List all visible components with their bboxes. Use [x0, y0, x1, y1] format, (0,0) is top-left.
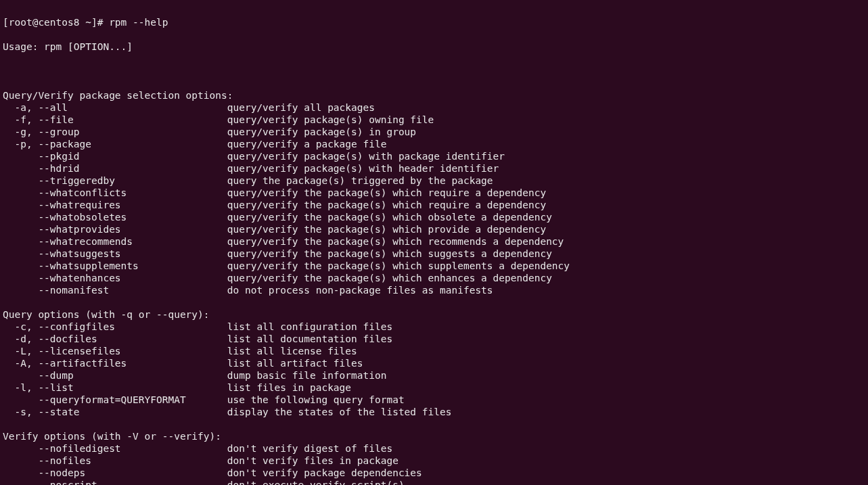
option-row: --nofiles don't verify files in package [3, 455, 865, 467]
option-row: --whatconflicts query/verify the package… [3, 187, 865, 199]
option-row: --triggeredby query the package(s) trigg… [3, 175, 865, 187]
option-row: -s, --state display the states of the li… [3, 406, 865, 418]
blank-line [3, 418, 865, 430]
blank-line [3, 296, 865, 308]
option-row: --noscript don't execute verify script(s… [3, 479, 865, 485]
prompt-line: [root@centos8 ~]# rpm --help [3, 16, 865, 28]
option-row: --nofiledigest don't verify digest of fi… [3, 442, 865, 455]
option-row: -d, --docfiles list all documentation fi… [3, 333, 865, 345]
section-header: Query options (with -q or --query): [3, 308, 865, 321]
option-row: --whatsupplements query/verify the packa… [3, 260, 865, 272]
usage-line: Usage: rpm [OPTION...] [3, 41, 865, 53]
blank-line [3, 65, 865, 77]
option-row: -l, --list list files in package [3, 382, 865, 394]
option-row: --pkgid query/verify package(s) with pac… [3, 150, 865, 162]
section-header: Query/Verify package selection options: [3, 89, 865, 101]
option-row: --whatobsoletes query/verify the package… [3, 211, 865, 223]
option-row: -c, --configfiles list all configuration… [3, 321, 865, 333]
option-row: --whatsuggests query/verify the package(… [3, 248, 865, 260]
option-row: --whatrequires query/verify the package(… [3, 199, 865, 211]
option-row: --nomanifest do not process non-package … [3, 284, 865, 296]
option-row: --queryformat=QUERYFORMAT use the follow… [3, 394, 865, 406]
option-row: --hdrid query/verify package(s) with hea… [3, 162, 865, 175]
option-row: --whatprovides query/verify the package(… [3, 223, 865, 235]
option-row: -L, --licensefiles list all license file… [3, 345, 865, 357]
terminal-output: [root@centos8 ~]# rpm --help Usage: rpm … [0, 0, 868, 485]
option-row: -g, --group query/verify package(s) in g… [3, 126, 865, 138]
help-sections: Query/Verify package selection options: … [3, 89, 865, 485]
option-row: --whatenhances query/verify the package(… [3, 272, 865, 284]
option-row: -A, --artifactfiles list all artifact fi… [3, 357, 865, 369]
option-row: -a, --all query/verify all packages [3, 101, 865, 114]
option-row: --nodeps don't verify package dependenci… [3, 467, 865, 479]
option-row: -f, --file query/verify package(s) ownin… [3, 114, 865, 126]
option-row: --dump dump basic file information [3, 369, 865, 382]
option-row: --whatrecommends query/verify the packag… [3, 235, 865, 248]
section-header: Verify options (with -V or --verify): [3, 430, 865, 442]
option-row: -p, --package query/verify a package fil… [3, 138, 865, 150]
